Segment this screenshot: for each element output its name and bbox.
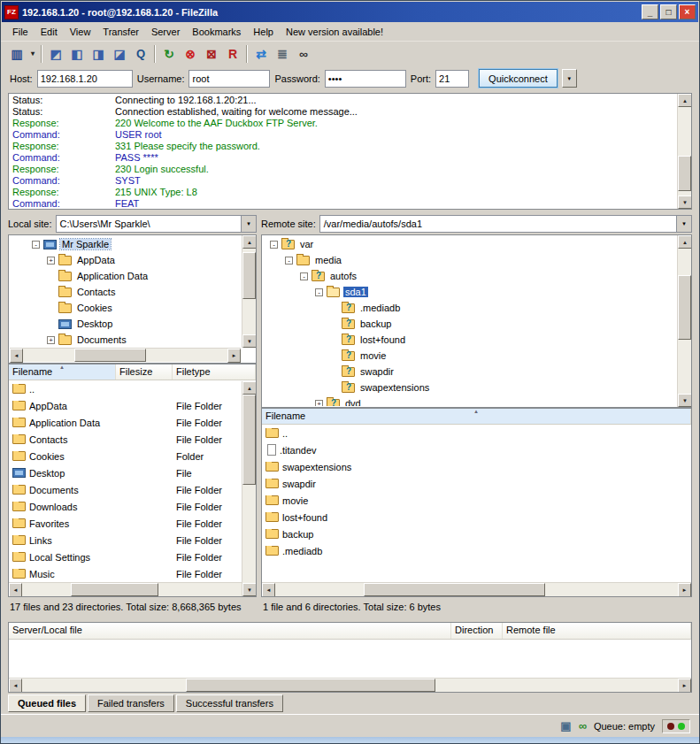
queue-tab[interactable]: Queued files (8, 694, 86, 712)
chevron-down-icon[interactable]: ▾ (676, 216, 691, 232)
tree-item[interactable]: swapdir (263, 364, 676, 380)
file-row[interactable]: Contacts File Folder (9, 431, 242, 448)
column-header-filetype[interactable]: Filetype (173, 364, 256, 380)
tree-item[interactable]: Application Data (10, 268, 241, 284)
tree-item[interactable]: - Mr Sparkle (10, 236, 241, 252)
maximize-button[interactable]: □ (660, 4, 677, 19)
file-row[interactable]: movie (262, 492, 691, 509)
tree-item[interactable]: + dvd (263, 395, 676, 406)
chevron-down-icon[interactable]: ▾ (241, 216, 256, 232)
scroll-left-icon[interactable]: ◄ (9, 583, 22, 597)
file-row[interactable]: Local Settings File Folder (9, 548, 242, 565)
expander-icon[interactable]: - (270, 241, 278, 249)
local-list-vertical-scrollbar[interactable]: ▲ ▼ (242, 381, 256, 596)
tree-item[interactable]: + AppData (10, 252, 241, 268)
reconnect-icon[interactable]: R (222, 44, 243, 64)
tree-item[interactable]: lost+found (263, 332, 676, 348)
file-row[interactable]: AppData File Folder (9, 397, 242, 414)
local-list-horizontal-scrollbar[interactable]: ◄ ► (9, 582, 256, 596)
local-tree-horizontal-scrollbar[interactable]: ◄ ► (10, 348, 241, 362)
scroll-left-icon[interactable]: ◄ (262, 583, 275, 597)
find-files-icon[interactable]: ∞ (293, 44, 314, 64)
column-header-server-local-file[interactable]: Server/Local file (9, 623, 451, 639)
scrollbar-thumb[interactable] (364, 583, 545, 596)
username-input[interactable] (188, 70, 270, 88)
tree-item[interactable]: - media (263, 252, 676, 268)
file-row[interactable]: swapdir (262, 475, 691, 492)
disconnect-icon[interactable]: ⊠ (201, 44, 222, 64)
column-header-direction[interactable]: Direction (451, 623, 503, 639)
expander-icon[interactable]: - (285, 257, 293, 265)
local-tree-vertical-scrollbar[interactable]: ▲ ▼ (242, 235, 256, 348)
minimize-button[interactable]: _ (642, 4, 658, 19)
separator[interactable] (246, 45, 248, 63)
tree-item[interactable]: swapextensions (263, 380, 676, 395)
scroll-right-icon[interactable]: ► (678, 679, 691, 693)
scroll-down-icon[interactable]: ▼ (242, 583, 257, 596)
queue-horizontal-scrollbar[interactable]: ◄ ► (9, 678, 691, 692)
scroll-up-icon[interactable]: ▲ (242, 235, 257, 249)
scroll-left-icon[interactable]: ◄ (9, 679, 22, 693)
file-row[interactable]: Favorites File Folder (9, 515, 242, 532)
quickconnect-button[interactable]: Quickconnect (479, 69, 558, 88)
column-header-filesize[interactable]: Filesize (116, 364, 173, 380)
toggle-local-tree-icon[interactable]: ◧ (66, 44, 88, 64)
expander-icon[interactable]: + (47, 336, 55, 344)
scroll-right-icon[interactable]: ► (227, 349, 241, 363)
tree-item[interactable]: + Documents (10, 332, 241, 348)
remote-tree-vertical-scrollbar[interactable]: ▲ ▼ (677, 235, 691, 407)
local-site-combo[interactable]: C:\Users\Mr Sparkle\ ▾ (56, 215, 257, 233)
menu-item[interactable]: Edit (35, 24, 64, 40)
scrollbar-thumb[interactable] (242, 395, 256, 485)
tree-item[interactable]: Cookies (10, 300, 241, 316)
scrollbar-thumb[interactable] (71, 583, 159, 596)
tree-item[interactable]: - sda1 (263, 284, 676, 300)
separator[interactable] (41, 45, 42, 63)
file-row[interactable]: lost+found (262, 509, 691, 525)
log-vertical-scrollbar[interactable]: ▲ ▼ (677, 94, 691, 209)
tree-item[interactable]: backup (263, 316, 676, 332)
column-header-filename[interactable]: ▴ Filename (262, 409, 691, 424)
menu-item[interactable]: File (6, 24, 35, 40)
tree-item[interactable]: - autofs (263, 268, 676, 284)
toggle-message-log-icon[interactable]: ◩ (45, 44, 66, 64)
file-row[interactable]: Documents File Folder (9, 481, 242, 498)
scrollbar-thumb[interactable] (242, 252, 256, 299)
remote-list-horizontal-scrollbar[interactable]: ◄ ► (262, 582, 691, 596)
file-row[interactable]: .. (9, 380, 242, 397)
menu-item[interactable]: Bookmarks (186, 24, 247, 40)
quickconnect-dropdown-button[interactable]: ▾ (562, 69, 577, 88)
scroll-down-icon[interactable]: ▼ (678, 394, 692, 407)
host-input[interactable] (37, 70, 133, 88)
refresh-icon[interactable]: ↻ (158, 44, 180, 64)
scrollbar-thumb[interactable] (678, 156, 691, 191)
menu-item[interactable]: Help (247, 24, 280, 40)
file-row[interactable]: Music File Folder (9, 565, 242, 582)
expander-icon[interactable]: - (32, 241, 40, 249)
tree-item[interactable]: movie (263, 348, 676, 364)
tree-item[interactable]: - var (263, 236, 676, 252)
queue-tab[interactable]: Successful transfers (176, 694, 283, 712)
chevron-down-icon[interactable]: ▾ (27, 44, 38, 64)
cancel-icon[interactable]: ⊗ (180, 44, 201, 64)
column-header-remote-file[interactable]: Remote file (503, 623, 691, 639)
filelist-filter-icon[interactable]: Q (130, 44, 151, 64)
scroll-right-icon[interactable]: ► (678, 583, 691, 597)
scroll-up-icon[interactable]: ▲ (678, 235, 692, 249)
menu-item[interactable]: View (64, 24, 97, 40)
file-row[interactable]: Application Data File Folder (9, 414, 242, 431)
toggle-remote-tree-icon[interactable]: ◨ (88, 44, 109, 64)
file-row[interactable]: Links File Folder (9, 532, 242, 548)
menu-item[interactable]: New version available! (280, 24, 389, 40)
file-row[interactable]: .mediadb (262, 542, 691, 559)
expander-icon[interactable]: - (300, 272, 308, 280)
synchronized-browsing-icon[interactable]: ⇄ (250, 44, 272, 64)
scroll-up-icon[interactable]: ▲ (242, 381, 257, 395)
password-input[interactable] (325, 70, 406, 88)
toggle-transfer-queue-icon[interactable]: ◪ (109, 44, 130, 64)
file-row[interactable]: .titandev (262, 441, 691, 458)
scrollbar-thumb[interactable] (74, 349, 146, 362)
site-manager-icon[interactable]: ▥ (6, 44, 27, 64)
directory-comparison-icon[interactable]: ≣ (272, 44, 293, 64)
expander-icon[interactable]: - (315, 288, 323, 296)
